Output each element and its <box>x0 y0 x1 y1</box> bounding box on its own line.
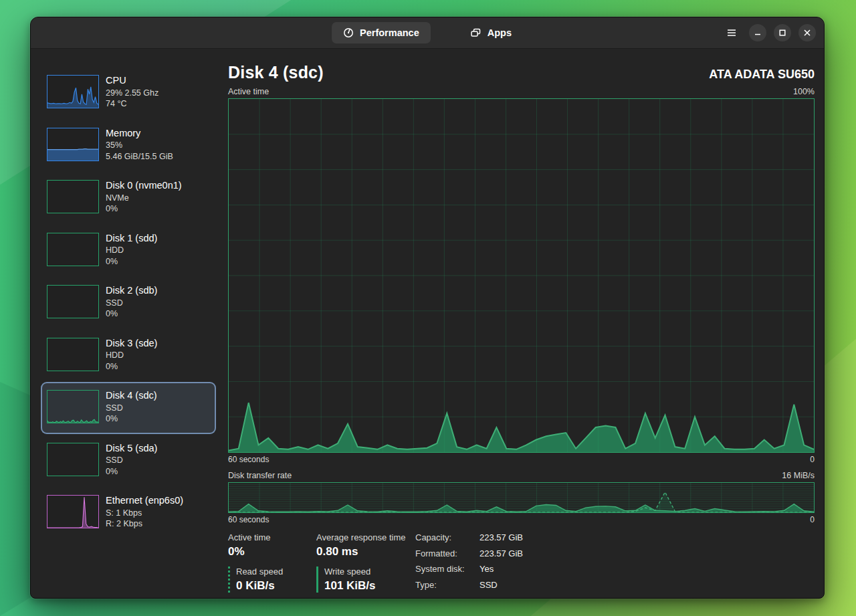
mini-chart <box>47 338 99 371</box>
mini-chart <box>47 285 99 318</box>
sidebar-item-title: Disk 3 (sde) <box>106 338 157 348</box>
transfer-max-label: 16 MiB/s <box>782 471 815 480</box>
hamburger-icon <box>727 29 736 37</box>
minimize-button[interactable] <box>749 24 766 41</box>
mission-center-window: Performance Apps <box>30 17 825 599</box>
sidebar-item-memory[interactable]: Memory 35% 5.46 GiB/15.5 GiB <box>41 120 216 172</box>
read-speed-block: Read speed 0 KiB/s <box>228 567 316 593</box>
disk-details: Capacity: 223.57 GiB Formatted: 223.57 G… <box>415 532 523 593</box>
sidebar-item-line2: NVMe <box>106 194 182 203</box>
sidebar-item-line3: 0% <box>106 258 157 266</box>
maximize-button[interactable] <box>774 24 791 41</box>
titlebar: Performance Apps <box>31 17 824 49</box>
sidebar-item-disk0[interactable]: Disk 0 (nvme0n1) NVMe 0% <box>41 172 216 224</box>
sidebar-item-line2: SSD <box>106 404 157 413</box>
sidebar-item-line3: 0% <box>106 363 157 371</box>
minimize-icon <box>754 29 761 36</box>
x-axis-left-label: 60 seconds <box>228 515 269 524</box>
mini-chart <box>47 75 99 108</box>
close-button[interactable] <box>798 24 816 41</box>
write-speed-value: 101 KiB/s <box>324 579 415 593</box>
sidebar-item-line2: 35% <box>106 141 173 150</box>
active-time-chart-label: Active time <box>228 87 269 96</box>
active-time-stat-label: Active time <box>228 532 316 542</box>
write-speed-block: Write speed 101 KiB/s <box>316 567 415 593</box>
sidebar-item-line2: SSD <box>106 456 157 465</box>
sidebar-item-line2: S: 1 Kbps <box>106 509 183 518</box>
sidebar: CPU 29% 2.55 Ghz 74 °C Memory 35% 5.46 G… <box>31 49 228 599</box>
sidebar-item-line3: R: 2 Kbps <box>106 520 183 528</box>
apps-icon <box>470 27 481 38</box>
close-icon <box>804 29 811 36</box>
tab-performance[interactable]: Performance <box>332 22 431 43</box>
sidebar-item-disk2[interactable]: Disk 2 (sdb) SSD 0% <box>41 277 216 329</box>
mini-chart <box>47 128 99 161</box>
detail-key: Formatted: <box>415 548 471 562</box>
sidebar-item-line3: 74 °C <box>106 100 158 108</box>
sidebar-item-title: Memory <box>106 128 173 138</box>
detail-value: SSD <box>479 580 523 593</box>
tab-apps[interactable]: Apps <box>459 22 523 43</box>
read-speed-value: 0 KiB/s <box>236 579 316 593</box>
window-content: CPU 29% 2.55 Ghz 74 °C Memory 35% 5.46 G… <box>31 49 824 599</box>
sidebar-item-title: Disk 5 (sda) <box>106 443 157 453</box>
mini-chart <box>47 390 99 423</box>
sidebar-item-line2: 29% 2.55 Ghz <box>106 89 158 98</box>
response-time-value: 0.80 ms <box>316 545 415 558</box>
detail-key: Type: <box>415 580 471 593</box>
sidebar-item-disk4[interactable]: Disk 4 (sdc) SSD 0% <box>41 382 216 434</box>
sidebar-item-disk1[interactable]: Disk 1 (sdd) HDD 0% <box>41 225 216 277</box>
sidebar-item-cpu[interactable]: CPU 29% 2.55 Ghz 74 °C <box>41 67 216 119</box>
active-time-max-label: 100% <box>793 87 815 96</box>
x-axis-right-label: 0 <box>810 455 815 464</box>
mini-chart <box>47 180 99 213</box>
main-header: Disk 4 (sdc) ATA ADATA SU650 <box>228 63 815 82</box>
sidebar-item-line3: 0% <box>106 468 157 476</box>
sidebar-item-title: Disk 0 (nvme0n1) <box>106 181 182 191</box>
gauge-icon <box>343 27 354 38</box>
tab-performance-label: Performance <box>360 27 419 38</box>
x-axis-left-label: 60 seconds <box>228 455 269 464</box>
detail-value: 223.57 GiB <box>479 532 523 546</box>
sidebar-item-ethernet[interactable]: Ethernet (enp6s0) S: 1 Kbps R: 2 Kbps <box>41 487 216 539</box>
sidebar-item-disk3[interactable]: Disk 3 (sde) HDD 0% <box>41 330 216 382</box>
detail-key: System disk: <box>415 564 471 577</box>
active-time-chart <box>228 98 815 453</box>
detail-value: Yes <box>479 564 523 577</box>
active-time-stat-value: 0% <box>228 545 316 558</box>
sidebar-item-line2: SSD <box>106 299 157 308</box>
sidebar-item-title: Disk 4 (sdc) <box>106 391 157 401</box>
window-controls <box>722 23 816 43</box>
sidebar-item-line3: 0% <box>106 205 182 213</box>
sidebar-item-disk5[interactable]: Disk 5 (sda) SSD 0% <box>41 435 216 487</box>
transfer-chart-label: Disk transfer rate <box>228 471 292 480</box>
view-switcher: Performance Apps <box>332 22 523 43</box>
menu-button[interactable] <box>722 23 742 43</box>
tab-apps-label: Apps <box>488 27 512 38</box>
sidebar-item-title: Ethernet (enp6s0) <box>106 496 183 506</box>
sidebar-item-title: CPU <box>106 76 158 86</box>
transfer-rate-chart <box>228 482 815 513</box>
detail-value: 223.57 GiB <box>479 548 523 562</box>
mini-chart <box>47 233 99 266</box>
x-axis-right-label: 0 <box>810 515 815 524</box>
device-model: ATA ADATA SU650 <box>709 68 815 82</box>
sidebar-item-title: Disk 2 (sdb) <box>106 286 157 296</box>
main-panel: Disk 4 (sdc) ATA ADATA SU650 Active time… <box>228 49 825 599</box>
stats-row: Active time 0% Read speed 0 KiB/s Averag… <box>228 532 815 593</box>
detail-key: Capacity: <box>415 532 471 546</box>
sidebar-item-line2: HDD <box>106 246 157 255</box>
sidebar-item-line3: 5.46 GiB/15.5 GiB <box>106 152 173 161</box>
sidebar-item-line3: 0% <box>106 415 157 423</box>
mini-chart <box>47 495 99 528</box>
sidebar-item-title: Disk 1 (sdd) <box>106 233 157 243</box>
maximize-icon <box>779 29 786 36</box>
page-title: Disk 4 (sdc) <box>228 63 324 82</box>
read-speed-label: Read speed <box>236 567 316 577</box>
write-speed-label: Write speed <box>324 567 415 577</box>
sidebar-item-line2: HDD <box>106 351 157 360</box>
mini-chart <box>47 443 99 476</box>
sidebar-item-line3: 0% <box>106 310 157 318</box>
response-time-label: Average response time <box>316 532 415 542</box>
